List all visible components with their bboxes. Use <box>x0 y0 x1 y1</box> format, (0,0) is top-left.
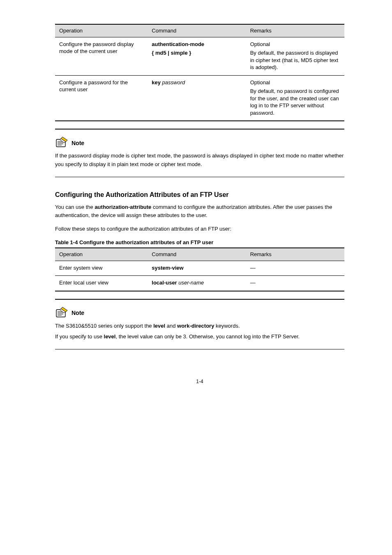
note-head: Note <box>55 136 344 148</box>
text: You can use the <box>55 204 95 210</box>
rule <box>55 177 344 177</box>
cell-remarks: Optional By default, no password is conf… <box>246 75 344 121</box>
cmd-keyword: authorization-attribute <box>95 204 151 210</box>
cmd-keyword: authentication-mode <box>152 41 204 47</box>
note-label: Note <box>71 139 84 149</box>
cmd-arg: password <box>162 79 185 86</box>
table-row: Configure a password for the current use… <box>55 75 344 121</box>
rule <box>55 349 344 349</box>
cell-operation: Configure the password display mode of t… <box>55 37 148 75</box>
remarks-title: Optional <box>250 41 340 48</box>
note-body: The S3610&5510 series only support the l… <box>55 322 344 341</box>
note-head: Note <box>55 306 344 319</box>
col-header-operation: Operation <box>55 248 148 261</box>
cell-command: system-view <box>148 261 246 276</box>
remarks-body: By default, no password is configured fo… <box>250 88 340 116</box>
table-header-row: Operation Command Remarks <box>55 24 344 37</box>
table-authorization-steps: Operation Command Remarks Enter system v… <box>55 247 344 291</box>
table-header-row: Operation Command Remarks <box>55 248 344 261</box>
note-body: If the password display mode is cipher t… <box>55 152 344 168</box>
cmd-keyword: local-user <box>152 280 177 286</box>
cell-remarks: Optional By default, the password is dis… <box>246 37 344 75</box>
paragraph: Follow these steps to configure the auth… <box>55 225 344 233</box>
note-block: Note If the password display mode is cip… <box>55 129 344 177</box>
cell-remarks: — <box>246 276 344 291</box>
table-row: Enter local user view local-user user-na… <box>55 276 344 291</box>
table-row: Configure the password display mode of t… <box>55 37 344 75</box>
cmd-options: { md5 | simple } <box>152 49 242 57</box>
cmd-keyword: system-view <box>152 265 183 271</box>
col-header-command: Command <box>148 24 246 37</box>
col-header-remarks: Remarks <box>246 248 344 261</box>
table-config-password: Operation Command Remarks Configure the … <box>55 24 344 121</box>
cell-remarks: — <box>246 261 344 276</box>
cell-operation: Enter system view <box>55 261 148 276</box>
page: Operation Command Remarks Configure the … <box>0 0 392 401</box>
table-row: Enter system view system-view — <box>55 261 344 276</box>
cell-command: authentication-mode { md5 | simple } <box>148 37 246 75</box>
cell-command: key password <box>148 75 246 121</box>
col-header-command: Command <box>148 248 246 261</box>
page-number: 1-4 <box>55 378 344 385</box>
cmd-arg: user-name <box>178 280 204 286</box>
note-icon <box>55 306 69 319</box>
note-icon <box>55 136 69 148</box>
note-line: If you specify to use level, the level v… <box>55 333 344 341</box>
remarks-body: By default, the password is displayed in… <box>250 49 340 71</box>
rule <box>55 299 344 300</box>
cell-command: local-user user-name <box>148 276 246 291</box>
paragraph: You can use the authorization-attribute … <box>55 203 344 220</box>
col-header-remarks: Remarks <box>246 24 344 37</box>
table-caption: Table 1-4 Configure the authorization at… <box>55 239 344 246</box>
cell-operation: Enter local user view <box>55 276 148 291</box>
col-header-operation: Operation <box>55 24 148 37</box>
section-heading: Configuring the Authorization Attributes… <box>55 190 344 199</box>
note-line: The S3610&5510 series only support the l… <box>55 322 344 330</box>
cmd-keyword: key <box>152 79 161 86</box>
note-label: Note <box>71 309 84 319</box>
cell-operation: Configure a password for the current use… <box>55 75 148 121</box>
note-block: Note The S3610&5510 series only support … <box>55 299 344 349</box>
remarks-title: Optional <box>250 79 340 86</box>
rule <box>55 129 344 130</box>
